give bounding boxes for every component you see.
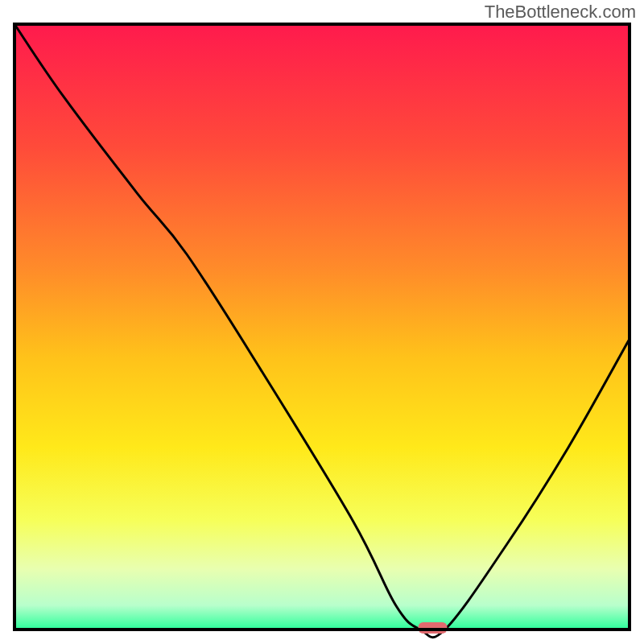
- attribution-label: TheBottleneck.com: [485, 2, 636, 23]
- chart-svg: [0, 0, 644, 644]
- svg-rect-0: [14, 24, 630, 630]
- bottleneck-chart: TheBottleneck.com: [0, 0, 644, 644]
